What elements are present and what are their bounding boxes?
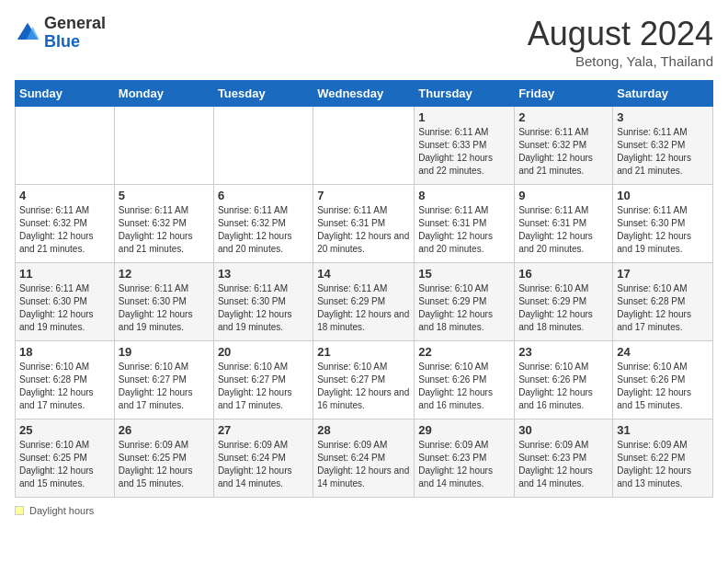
day-number: 26: [119, 423, 210, 437]
day-number: 30: [518, 423, 609, 437]
day-number: 29: [418, 423, 510, 437]
calendar-cell: [114, 107, 213, 185]
calendar-cell: 23Sunrise: 6:10 AM Sunset: 6:26 PM Dayli…: [515, 341, 613, 419]
calendar-cell: 4Sunrise: 6:11 AM Sunset: 6:32 PM Daylig…: [16, 185, 115, 263]
calendar-cell: 22Sunrise: 6:10 AM Sunset: 6:26 PM Dayli…: [415, 341, 515, 419]
day-number: 6: [218, 189, 309, 202]
day-number: 28: [317, 423, 410, 437]
day-info: Sunrise: 6:10 AM Sunset: 6:25 PM Dayligh…: [19, 439, 110, 490]
day-info: Sunrise: 6:10 AM Sunset: 6:27 PM Dayligh…: [218, 361, 309, 412]
day-info: Sunrise: 6:11 AM Sunset: 6:32 PM Dayligh…: [617, 126, 709, 178]
calendar-cell: 3Sunrise: 6:11 AM Sunset: 6:32 PM Daylig…: [613, 107, 713, 185]
day-info: Sunrise: 6:09 AM Sunset: 6:24 PM Dayligh…: [317, 439, 410, 490]
month-title: August 2024: [528, 15, 713, 53]
day-number: 21: [317, 345, 410, 359]
day-number: 15: [418, 267, 510, 281]
calendar-cell: 27Sunrise: 6:09 AM Sunset: 6:24 PM Dayli…: [213, 419, 313, 498]
calendar-week-row: 1Sunrise: 6:11 AM Sunset: 6:33 PM Daylig…: [16, 107, 713, 185]
day-info: Sunrise: 6:09 AM Sunset: 6:22 PM Dayligh…: [617, 439, 709, 490]
day-info: Sunrise: 6:10 AM Sunset: 6:28 PM Dayligh…: [19, 361, 110, 412]
day-number: 18: [19, 345, 110, 359]
day-number: 8: [418, 189, 510, 202]
weekday-header-cell: Monday: [114, 81, 213, 107]
calendar-cell: 26Sunrise: 6:09 AM Sunset: 6:25 PM Dayli…: [114, 419, 213, 498]
day-number: 12: [119, 267, 210, 281]
calendar-cell: 28Sunrise: 6:09 AM Sunset: 6:24 PM Dayli…: [313, 419, 415, 498]
day-number: 10: [617, 189, 709, 202]
calendar-cell: 13Sunrise: 6:11 AM Sunset: 6:30 PM Dayli…: [213, 263, 313, 341]
day-info: Sunrise: 6:10 AM Sunset: 6:26 PM Dayligh…: [518, 361, 609, 412]
day-number: 27: [218, 423, 309, 437]
day-info: Sunrise: 6:11 AM Sunset: 6:32 PM Dayligh…: [518, 126, 609, 178]
calendar-cell: [313, 107, 415, 185]
day-number: 1: [418, 110, 510, 124]
calendar-cell: 15Sunrise: 6:10 AM Sunset: 6:29 PM Dayli…: [415, 263, 515, 341]
calendar-cell: 19Sunrise: 6:10 AM Sunset: 6:27 PM Dayli…: [114, 341, 213, 419]
day-info: Sunrise: 6:11 AM Sunset: 6:32 PM Dayligh…: [19, 204, 110, 256]
day-number: 17: [617, 267, 709, 281]
day-info: Sunrise: 6:10 AM Sunset: 6:28 PM Dayligh…: [617, 282, 709, 334]
calendar-table: SundayMondayTuesdayWednesdayThursdayFrid…: [15, 80, 713, 498]
day-info: Sunrise: 6:09 AM Sunset: 6:23 PM Dayligh…: [418, 439, 510, 490]
day-number: 31: [617, 423, 709, 437]
calendar-cell: 25Sunrise: 6:10 AM Sunset: 6:25 PM Dayli…: [16, 419, 115, 498]
weekday-header-cell: Thursday: [415, 81, 515, 107]
calendar-cell: 12Sunrise: 6:11 AM Sunset: 6:30 PM Dayli…: [114, 263, 213, 341]
day-number: 20: [218, 345, 309, 359]
calendar-cell: 16Sunrise: 6:10 AM Sunset: 6:29 PM Dayli…: [515, 263, 613, 341]
day-number: 7: [317, 189, 410, 202]
day-number: 19: [119, 345, 210, 359]
day-info: Sunrise: 6:09 AM Sunset: 6:25 PM Dayligh…: [119, 439, 210, 490]
day-info: Sunrise: 6:09 AM Sunset: 6:24 PM Dayligh…: [218, 439, 309, 490]
calendar-cell: [213, 107, 313, 185]
calendar-cell: 21Sunrise: 6:10 AM Sunset: 6:27 PM Dayli…: [313, 341, 415, 419]
location: Betong, Yala, Thailand: [528, 53, 713, 69]
day-number: 13: [218, 267, 309, 281]
day-info: Sunrise: 6:11 AM Sunset: 6:30 PM Dayligh…: [617, 204, 709, 256]
day-info: Sunrise: 6:10 AM Sunset: 6:29 PM Dayligh…: [418, 282, 510, 334]
calendar-week-row: 18Sunrise: 6:10 AM Sunset: 6:28 PM Dayli…: [16, 341, 713, 419]
day-number: 25: [19, 423, 110, 437]
calendar-cell: 8Sunrise: 6:11 AM Sunset: 6:31 PM Daylig…: [415, 185, 515, 263]
footer: Daylight hours: [15, 505, 713, 516]
calendar-cell: 30Sunrise: 6:09 AM Sunset: 6:23 PM Dayli…: [515, 419, 613, 498]
weekday-header-cell: Friday: [515, 81, 613, 107]
calendar-cell: 29Sunrise: 6:09 AM Sunset: 6:23 PM Dayli…: [415, 419, 515, 498]
calendar-cell: 7Sunrise: 6:11 AM Sunset: 6:31 PM Daylig…: [313, 185, 415, 263]
weekday-header-row: SundayMondayTuesdayWednesdayThursdayFrid…: [16, 81, 713, 107]
calendar-cell: [16, 107, 115, 185]
calendar-cell: 20Sunrise: 6:10 AM Sunset: 6:27 PM Dayli…: [213, 341, 313, 419]
day-number: 4: [19, 189, 110, 202]
calendar-cell: 24Sunrise: 6:10 AM Sunset: 6:26 PM Dayli…: [613, 341, 713, 419]
calendar-cell: 14Sunrise: 6:11 AM Sunset: 6:29 PM Dayli…: [313, 263, 415, 341]
day-info: Sunrise: 6:10 AM Sunset: 6:26 PM Dayligh…: [617, 361, 709, 412]
calendar-cell: 1Sunrise: 6:11 AM Sunset: 6:33 PM Daylig…: [415, 107, 515, 185]
day-info: Sunrise: 6:11 AM Sunset: 6:31 PM Dayligh…: [317, 204, 410, 256]
day-info: Sunrise: 6:11 AM Sunset: 6:30 PM Dayligh…: [218, 282, 309, 334]
weekday-header-cell: Sunday: [16, 81, 115, 107]
day-info: Sunrise: 6:11 AM Sunset: 6:31 PM Dayligh…: [418, 204, 510, 256]
page-header: General Blue August 2024 Betong, Yala, T…: [15, 15, 713, 69]
calendar-week-row: 25Sunrise: 6:10 AM Sunset: 6:25 PM Dayli…: [16, 419, 713, 498]
calendar-week-row: 11Sunrise: 6:11 AM Sunset: 6:30 PM Dayli…: [16, 263, 713, 341]
calendar-cell: 5Sunrise: 6:11 AM Sunset: 6:32 PM Daylig…: [114, 185, 213, 263]
weekday-header-cell: Wednesday: [313, 81, 415, 107]
calendar-cell: 18Sunrise: 6:10 AM Sunset: 6:28 PM Dayli…: [16, 341, 115, 419]
day-number: 22: [418, 345, 510, 359]
day-number: 5: [119, 189, 210, 202]
day-info: Sunrise: 6:09 AM Sunset: 6:23 PM Dayligh…: [518, 439, 609, 490]
title-block: August 2024 Betong, Yala, Thailand: [528, 15, 713, 69]
day-number: 11: [19, 267, 110, 281]
calendar-cell: 6Sunrise: 6:11 AM Sunset: 6:32 PM Daylig…: [213, 185, 313, 263]
calendar-week-row: 4Sunrise: 6:11 AM Sunset: 6:32 PM Daylig…: [16, 185, 713, 263]
day-number: 14: [317, 267, 410, 281]
day-number: 24: [617, 345, 709, 359]
calendar-cell: 2Sunrise: 6:11 AM Sunset: 6:32 PM Daylig…: [515, 107, 613, 185]
day-info: Sunrise: 6:11 AM Sunset: 6:31 PM Dayligh…: [518, 204, 609, 256]
day-number: 2: [518, 110, 609, 124]
logo: General Blue: [15, 15, 106, 52]
logo-text: General Blue: [44, 15, 106, 52]
calendar-cell: 31Sunrise: 6:09 AM Sunset: 6:22 PM Dayli…: [613, 419, 713, 498]
calendar-cell: 11Sunrise: 6:11 AM Sunset: 6:30 PM Dayli…: [16, 263, 115, 341]
daylight-icon: [15, 506, 24, 515]
